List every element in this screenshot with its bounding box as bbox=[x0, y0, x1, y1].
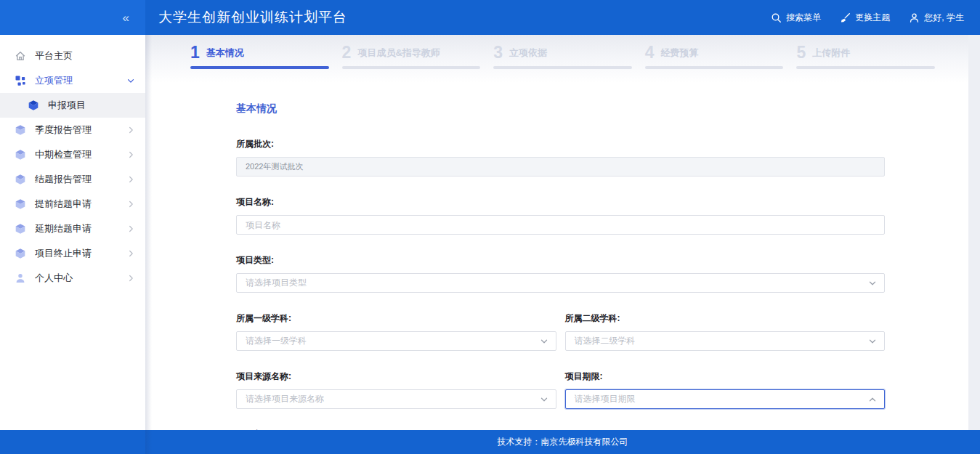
step-progress-bar bbox=[645, 66, 784, 69]
step-budget[interactable]: 4 经费预算 bbox=[645, 44, 784, 83]
person-icon bbox=[15, 272, 26, 284]
chevron-up-icon bbox=[867, 394, 878, 405]
project-source-select[interactable]: 请选择项目来源名称 bbox=[236, 389, 556, 409]
step-label: 经费预算 bbox=[661, 46, 699, 60]
sidebar-item-label: 中期检查管理 bbox=[35, 148, 92, 161]
user-greeting-label: 您好, 学生 bbox=[924, 12, 964, 24]
field-project-duration: 项目期限: 请选择项目期限 bbox=[565, 370, 886, 409]
chevron-right-icon bbox=[126, 273, 136, 283]
step-label: 上传附件 bbox=[812, 46, 850, 60]
header-actions: 搜索菜单 更换主题 您好, 学生 bbox=[771, 12, 980, 24]
field-batch: 所属批次: 2022年测试批次 bbox=[236, 138, 885, 177]
chevron-down-icon bbox=[539, 336, 549, 346]
chevron-down-icon bbox=[867, 278, 878, 288]
cube-icon bbox=[15, 198, 26, 210]
primary-discipline-label: 所属一级学科: bbox=[236, 312, 556, 325]
sidebar-item-label: 个人中心 bbox=[35, 272, 73, 285]
chevron-right-icon bbox=[126, 174, 136, 185]
sidebar-header-block: « bbox=[0, 0, 145, 35]
step-basic-info[interactable]: 1 基本情况 bbox=[190, 44, 329, 83]
search-icon bbox=[771, 12, 782, 23]
sidebar-item-declare-project[interactable]: 申报项目 bbox=[0, 93, 145, 118]
basic-info-form: 基本情况 所属批次: 2022年测试批次 项目名称: 项目类型: 请选择项目类型 bbox=[145, 83, 980, 430]
section-title: 基本情况 bbox=[236, 102, 885, 115]
batch-input: 2022年测试批次 bbox=[236, 157, 885, 177]
chevron-right-icon bbox=[126, 224, 136, 234]
field-project-name: 项目名称: bbox=[236, 196, 885, 235]
form-stepper: 1 基本情况 2 项目成员&指导教师 3 立项依据 bbox=[145, 35, 980, 83]
step-members-advisors[interactable]: 2 项目成员&指导教师 bbox=[342, 44, 481, 83]
cube-icon bbox=[15, 174, 26, 185]
user-greeting[interactable]: 您好, 学生 bbox=[909, 12, 964, 24]
primary-discipline-placeholder: 请选择一级学科 bbox=[237, 335, 307, 347]
step-label: 立项依据 bbox=[509, 46, 547, 60]
chevron-down-icon bbox=[539, 394, 549, 405]
step-project-basis[interactable]: 3 立项依据 bbox=[493, 44, 632, 83]
sidebar-item-label: 平台主页 bbox=[35, 49, 73, 62]
sidebar-collapse-icon[interactable]: « bbox=[123, 12, 129, 24]
search-menu-label: 搜索菜单 bbox=[786, 12, 821, 24]
project-duration-placeholder: 请选择项目期限 bbox=[566, 393, 636, 405]
top-header: « 大学生创新创业训练计划平台 搜索菜单 更换主题 您好, 学生 bbox=[0, 0, 980, 35]
secondary-discipline-placeholder: 请选择二级学科 bbox=[566, 335, 636, 347]
step-number: 4 bbox=[645, 44, 655, 61]
main-content: 1 基本情况 2 项目成员&指导教师 3 立项依据 bbox=[145, 35, 980, 430]
cube-icon bbox=[28, 100, 39, 111]
sidebar-item-project-termination[interactable]: 项目终止申请 bbox=[0, 241, 145, 266]
project-name-input[interactable] bbox=[237, 216, 884, 234]
sidebar-item-final-report[interactable]: 结题报告管理 bbox=[0, 167, 145, 192]
sidebar-item-midterm-check[interactable]: 中期检查管理 bbox=[0, 142, 145, 167]
sidebar-item-personal-center[interactable]: 个人中心 bbox=[0, 266, 145, 291]
project-name-label: 项目名称: bbox=[236, 196, 885, 208]
vertical-scrollbar[interactable] bbox=[968, 35, 980, 430]
sidebar-item-delayed-conclusion[interactable]: 延期结题申请 bbox=[0, 216, 145, 241]
project-duration-label: 项目期限: bbox=[565, 370, 886, 383]
app-window: « 大学生创新创业训练计划平台 搜索菜单 更换主题 您好, 学生 bbox=[0, 0, 980, 454]
chevron-right-icon bbox=[126, 199, 136, 209]
project-type-select[interactable]: 请选择项目类型 bbox=[236, 273, 885, 293]
step-progress-bar bbox=[796, 66, 935, 69]
field-project-type: 项目类型: 请选择项目类型 bbox=[236, 254, 885, 293]
project-source-placeholder: 请选择项目来源名称 bbox=[237, 393, 324, 405]
home-icon bbox=[15, 50, 26, 62]
search-menu-button[interactable]: 搜索菜单 bbox=[771, 12, 821, 24]
sidebar-item-platform-home[interactable]: 平台主页 bbox=[0, 44, 145, 68]
step-number: 5 bbox=[796, 44, 806, 61]
field-project-source: 项目来源名称: 请选择项目来源名称 bbox=[236, 370, 556, 409]
sidebar-item-label: 季度报告管理 bbox=[35, 123, 92, 137]
cube-icon bbox=[15, 149, 26, 161]
step-progress-bar bbox=[342, 66, 481, 69]
field-secondary-discipline: 所属二级学科: 请选择二级学科 bbox=[565, 312, 886, 351]
project-duration-select[interactable]: 请选择项目期限 bbox=[565, 389, 886, 409]
project-type-placeholder: 请选择项目类型 bbox=[237, 277, 307, 289]
sidebar-nav: 平台主页 立项管理 申报项目 季度报告管理 bbox=[0, 35, 145, 430]
theme-brush-icon bbox=[840, 12, 851, 23]
footer-bar: 技术支持：南京先极科技有限公司 bbox=[0, 430, 980, 454]
chevron-down-icon bbox=[867, 336, 878, 346]
sidebar-item-quarterly-report[interactable]: 季度报告管理 bbox=[0, 118, 145, 142]
sidebar-item-early-conclusion[interactable]: 提前结题申请 bbox=[0, 192, 145, 216]
project-name-input-wrap bbox=[236, 215, 885, 235]
step-number: 1 bbox=[190, 44, 200, 61]
project-type-label: 项目类型: bbox=[236, 254, 885, 267]
project-source-label: 项目来源名称: bbox=[236, 370, 556, 383]
step-upload-attachments[interactable]: 5 上传附件 bbox=[796, 44, 935, 83]
chevron-down-icon bbox=[126, 76, 136, 86]
cube-icon bbox=[15, 124, 26, 136]
sidebar-item-label: 提前结题申请 bbox=[35, 198, 92, 211]
sidebar-item-label: 延期结题申请 bbox=[35, 222, 92, 235]
field-primary-discipline: 所属一级学科: 请选择一级学科 bbox=[236, 312, 556, 351]
secondary-discipline-select[interactable]: 请选择二级学科 bbox=[565, 331, 886, 351]
sidebar-item-label: 项目终止申请 bbox=[35, 247, 92, 260]
step-progress-bar bbox=[190, 66, 329, 69]
sidebar-item-project-management[interactable]: 立项管理 bbox=[0, 68, 145, 93]
change-theme-button[interactable]: 更换主题 bbox=[840, 12, 890, 24]
step-number: 3 bbox=[493, 44, 503, 61]
primary-discipline-select[interactable]: 请选择一级学科 bbox=[236, 331, 556, 351]
step-progress-bar bbox=[493, 66, 632, 69]
sidebar-item-label: 结题报告管理 bbox=[35, 173, 92, 186]
user-icon bbox=[909, 12, 920, 23]
chevron-right-icon bbox=[126, 150, 136, 160]
secondary-discipline-label: 所属二级学科: bbox=[565, 312, 886, 325]
step-label: 基本情况 bbox=[206, 46, 244, 60]
